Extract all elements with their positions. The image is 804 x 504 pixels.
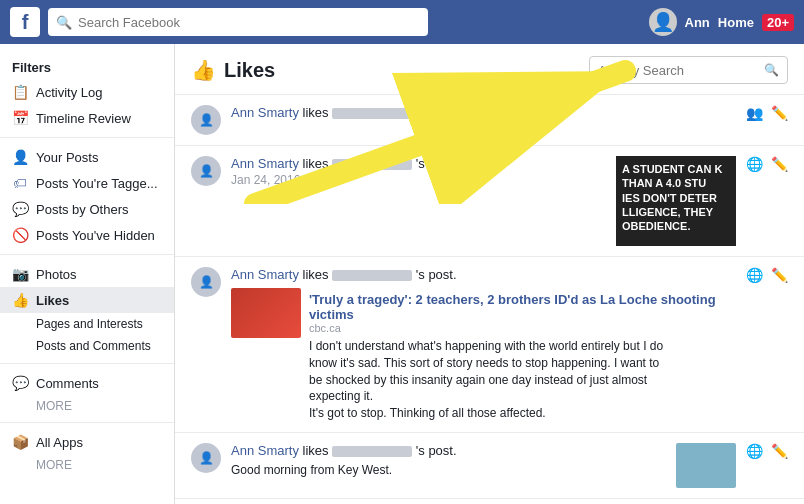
post-timestamp: Jan 24, 2016 9:37am (231, 173, 606, 187)
link-preview-row: 'Truly a tragedy': 2 teachers, 2 brother… (231, 288, 736, 422)
nav-notifications-badge[interactable]: 20+ (762, 14, 794, 31)
activity-log-icon: 📋 (12, 84, 28, 100)
globe-icon: 🌐 (746, 156, 763, 172)
search-input[interactable] (78, 15, 420, 30)
sidebar-item-photos[interactable]: 📷 Photos (0, 261, 174, 287)
sidebar-label-timeline-review: Timeline Review (36, 111, 131, 126)
sidebar-more-label[interactable]: MORE (0, 396, 174, 416)
sidebar-divider-1 (0, 137, 174, 138)
globe-icon: 🌐 (746, 267, 763, 283)
sidebar-divider-4 (0, 422, 174, 423)
post-row: 👤 Ann Smarty likes 's post. Good morning… (175, 433, 804, 499)
sidebar-item-posts-hidden[interactable]: 🚫 Posts You've Hidden (0, 222, 174, 248)
posts-by-others-icon: 💬 (12, 201, 28, 217)
sidebar-label-likes: Likes (36, 293, 69, 308)
sidebar-label-posts-tagged: Posts You're Tagge... (36, 176, 158, 191)
post-target-redacted (332, 159, 412, 170)
sidebar-item-posts-by-others[interactable]: 💬 Posts by Others (0, 196, 174, 222)
nav-right: 👤 Ann Home 20+ (649, 8, 794, 36)
search-icon: 🔍 (56, 15, 72, 30)
sidebar-item-activity-log[interactable]: 📋 Activity Log (0, 79, 174, 105)
likes-title-icon: 👍 (191, 58, 216, 82)
content-area: 👍 Likes 🔍 👤 Ann Smarty likes 's post. � (175, 44, 804, 504)
edit-icon[interactable]: ✏️ (771, 105, 788, 121)
your-posts-icon: 👤 (12, 149, 28, 165)
post-row: 👤 Ann Smarty likes 's post. 'Truly a tra… (175, 257, 804, 433)
avatar: 👤 (191, 156, 221, 186)
post-target-redacted (332, 270, 412, 281)
sidebar-item-comments[interactable]: 💬 Comments (0, 370, 174, 396)
page-title: Likes (224, 59, 275, 82)
post-content: Ann Smarty likes 's post. 'Truly a trage… (231, 267, 736, 422)
sidebar-sub-posts-comments[interactable]: Posts and Comments (0, 335, 174, 357)
sidebar-label-all-apps: All Apps (36, 435, 83, 450)
post-target-suffix: 's post. (416, 105, 457, 120)
sidebar-sub-label-pages: Pages and Interests (36, 317, 143, 331)
likes-icon: 👍 (12, 292, 28, 308)
post-icons: 🌐 ✏️ (746, 267, 788, 283)
post-action: likes (303, 105, 333, 120)
edit-icon[interactable]: ✏️ (771, 267, 788, 283)
posts-tagged-icon: 🏷 (12, 175, 28, 191)
post-user-link[interactable]: Ann Smarty (231, 156, 299, 171)
post-target-suffix: 's post. (416, 267, 457, 282)
sidebar-item-likes[interactable]: 👍 Likes (0, 287, 174, 313)
sidebar-sub-pages-interests[interactable]: Pages and Interests (0, 313, 174, 335)
sidebar-sub-label-posts-comments: Posts and Comments (36, 339, 151, 353)
timeline-review-icon: 📅 (12, 110, 28, 126)
search-bar[interactable]: 🔍 (48, 8, 428, 36)
sidebar-divider-3 (0, 363, 174, 364)
sidebar-label-posts-by-others: Posts by Others (36, 202, 128, 217)
post-content: Ann Smarty likes 's post. Good morning f… (231, 443, 666, 479)
sidebar-label-your-posts: Your Posts (36, 150, 98, 165)
sidebar-item-all-apps[interactable]: 📦 All Apps (0, 429, 174, 455)
activity-search-icon: 🔍 (764, 63, 779, 77)
post-text: Ann Smarty likes 's post. (231, 443, 666, 458)
post-user-link[interactable]: Ann Smarty (231, 267, 299, 282)
post-text: Ann Smarty likes 's post. (231, 267, 736, 282)
link-preview-text: 'Truly a tragedy': 2 teachers, 2 brother… (309, 288, 736, 422)
nav-home-link[interactable]: Home (718, 15, 754, 30)
all-apps-icon: 📦 (12, 434, 28, 450)
post-user-link[interactable]: Ann Smarty (231, 105, 299, 120)
facebook-logo: f (10, 7, 40, 37)
edit-icon[interactable]: ✏️ (771, 156, 788, 172)
post-user-link[interactable]: Ann Smarty (231, 443, 299, 458)
post-target-suffix: 's post. (416, 443, 457, 458)
avatar: 👤 (191, 443, 221, 473)
post-icons: 🌐 ✏️ (746, 156, 788, 172)
post-small-preview (676, 443, 736, 488)
content-title: 👍 Likes (191, 58, 275, 82)
post-action: likes (303, 267, 333, 282)
activity-search-input[interactable] (598, 63, 758, 78)
sidebar-label-activity-log: Activity Log (36, 85, 102, 100)
sidebar-label-posts-hidden: Posts You've Hidden (36, 228, 155, 243)
sidebar-item-your-posts[interactable]: 👤 Your Posts (0, 144, 174, 170)
post-action: likes (303, 443, 333, 458)
link-domain: cbc.ca (309, 322, 736, 334)
post-text: Ann Smarty likes 's post. (231, 156, 606, 171)
nav-user-name[interactable]: Ann (685, 15, 710, 30)
sidebar: Filters 📋 Activity Log 📅 Timeline Review… (0, 44, 175, 504)
sidebar-all-apps-more[interactable]: MORE (0, 455, 174, 475)
sidebar-item-timeline-review[interactable]: 📅 Timeline Review (0, 105, 174, 131)
filters-title: Filters (0, 54, 174, 79)
comments-icon: 💬 (12, 375, 28, 391)
top-navigation: f 🔍 👤 Ann Home 20+ (0, 0, 804, 44)
avatar: 👤 (649, 8, 677, 36)
sidebar-item-posts-tagged[interactable]: 🏷 Posts You're Tagge... (0, 170, 174, 196)
post-text: Ann Smarty likes 's post. (231, 105, 736, 120)
link-preview-image (231, 288, 301, 338)
post-content: Ann Smarty likes 's post. Jan 24, 2016 9… (231, 156, 606, 187)
post-icons: 🌐 ✏️ (746, 443, 788, 459)
post-thumbnail: A STUDENT CAN K THAN A 4.0 STU IES DON'T… (616, 156, 736, 246)
activity-search-bar[interactable]: 🔍 (589, 56, 788, 84)
post-row: 👤 Ann Smarty likes 's post. 👥 ✏️ (175, 95, 804, 146)
post-icons: 👥 ✏️ (746, 105, 788, 121)
sidebar-label-comments: Comments (36, 376, 99, 391)
edit-icon[interactable]: ✏️ (771, 443, 788, 459)
post-target-redacted (332, 108, 412, 119)
post-action: likes (303, 156, 333, 171)
thumbnail-text: A STUDENT CAN K THAN A 4.0 STU IES DON'T… (616, 156, 736, 239)
avatar: 👤 (191, 267, 221, 297)
